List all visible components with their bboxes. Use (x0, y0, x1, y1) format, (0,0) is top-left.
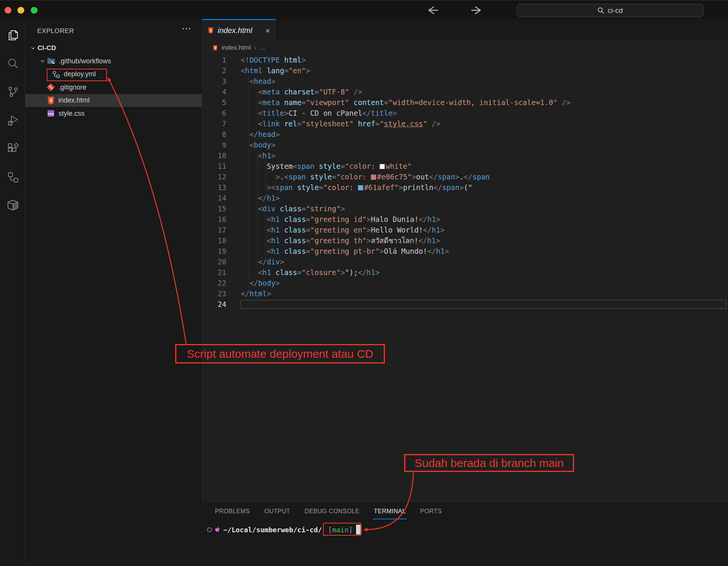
code-line-9[interactable]: 9 <body> (202, 140, 728, 150)
code-line-17[interactable]: 17 <h1 class="greeting en">Hello World!<… (202, 225, 728, 235)
code-text: <h1 class="greeting th">สวัสดีชาวโลก!</h… (226, 235, 440, 246)
code-line-4[interactable]: 4 <meta charset="UTF-8" /> (202, 86, 728, 97)
code-area[interactable]: 1<!DOCTYPE html>2<html lang="en">3 <head… (202, 55, 728, 310)
code-text: </body> (226, 278, 280, 288)
tree-item-ci-cd[interactable]: CI-CD (25, 42, 207, 55)
command-center-search[interactable]: ci-cd (517, 4, 703, 17)
code-text: <html lang="en"> (226, 65, 310, 76)
panel-tab-output[interactable]: OUTPUT (264, 502, 290, 520)
breadcrumb: 5 index.html › ... (202, 41, 728, 55)
code-text: </div> (226, 256, 284, 267)
svg-text:5: 5 (214, 46, 216, 50)
deploy-yml-highlight-box (47, 69, 107, 81)
color-swatch[interactable] (371, 175, 376, 180)
line-number: 11 (202, 161, 226, 171)
code-line-22[interactable]: 22 </body> (202, 278, 728, 288)
code-line-1[interactable]: 1<!DOCTYPE html> (202, 55, 728, 65)
code-text: <h1> (226, 150, 276, 161)
explorer-header: EXPLORER ⋯ (25, 19, 202, 42)
color-swatch[interactable] (358, 185, 363, 190)
code-text: <meta name="viewport" content="width=dev… (226, 97, 570, 108)
code-line-24[interactable]: 24 (202, 299, 728, 310)
line-number: 10 (202, 150, 226, 161)
source-control-icon[interactable] (6, 85, 19, 98)
tab-index-html[interactable]: 5 index.html × (202, 19, 276, 41)
svg-text:5: 5 (50, 97, 52, 103)
code-text: <body> (226, 140, 276, 150)
run-debug-icon[interactable] (6, 114, 19, 127)
code-line-10[interactable]: 10 <h1> (202, 150, 728, 161)
html-file-icon: 5 (47, 96, 55, 105)
editor-tab-bar: 5 index.html × (202, 19, 728, 41)
code-text: </head> (226, 129, 280, 140)
panel-tab-problems[interactable]: PROBLEMS (215, 502, 250, 520)
terminal-prompt-row[interactable]: ~/Local/sumberweb/ci-cd/ [main] (202, 523, 728, 536)
code-text: <h1 class="greeting id">Halo Dunia!</h1> (226, 214, 440, 225)
line-number: 3 (202, 76, 226, 86)
search-query-text: ci-cd (607, 6, 623, 15)
forward-arrow-icon[interactable] (469, 5, 487, 15)
tree-item-index-html[interactable]: 5index.html (25, 94, 223, 107)
code-line-7[interactable]: 7 <link rel="stylesheet" href="style.css… (202, 118, 728, 129)
bottom-panel: PROBLEMSOUTPUTDEBUG CONSOLETERMINALPORTS… (202, 502, 728, 566)
code-line-15[interactable]: 15 <div class="string"> (202, 203, 728, 214)
folder-github-file-icon (47, 57, 55, 65)
tree-item--gitignore[interactable]: .gitignore (25, 81, 223, 94)
close-window-button[interactable] (5, 7, 11, 14)
code-line-14[interactable]: 14 </h1> (202, 193, 728, 203)
breadcrumb-file[interactable]: index.html (221, 44, 251, 52)
panel-tab-debug-console[interactable]: DEBUG CONSOLE (304, 502, 359, 520)
code-line-16[interactable]: 16 <h1 class="greeting id">Halo Dunia!</… (202, 214, 728, 225)
more-actions-icon[interactable]: ⋯ (182, 24, 191, 33)
code-line-2[interactable]: 2<html lang="en"> (202, 65, 728, 76)
code-line-23[interactable]: 23</html> (202, 288, 728, 299)
code-text: ><span style="color: #61afef">println</s… (226, 182, 472, 193)
line-number: 9 (202, 140, 226, 150)
code-text: <h1 class="greeting pt-br">Olá Mundo!</h… (226, 246, 449, 256)
line-number: 2 (202, 65, 226, 76)
line-number: 4 (202, 86, 226, 97)
code-line-18[interactable]: 18 <h1 class="greeting th">สวัสดีชาวโลก!… (202, 235, 728, 246)
search-icon[interactable] (6, 57, 19, 70)
explorer-title: EXPLORER (37, 27, 74, 35)
code-line-19[interactable]: 19 <h1 class="greeting pt-br">Olá Mundo!… (202, 246, 728, 256)
zoom-window-button[interactable] (31, 7, 38, 14)
tree-item-label: .github/workflows (59, 57, 111, 65)
html-file-icon: 5 (207, 27, 214, 34)
line-number: 17 (202, 225, 226, 235)
workflow-icon[interactable] (6, 171, 19, 184)
code-line-21[interactable]: 21 <h1 class="closure">");</h1> (202, 267, 728, 278)
html-file-icon: 5 (212, 45, 218, 51)
code-line-20[interactable]: 20 </div> (202, 256, 728, 267)
breadcrumb-more[interactable]: ... (260, 44, 265, 52)
explorer-icon[interactable] (6, 29, 19, 42)
line-number: 14 (202, 193, 226, 203)
back-arrow-icon[interactable] (422, 5, 440, 15)
code-line-13[interactable]: 13 ><span style="color: #61afef">println… (202, 182, 728, 193)
container-icon[interactable] (6, 199, 19, 212)
code-line-5[interactable]: 5 <meta name="viewport" content="width=d… (202, 97, 728, 108)
code-text: <div class="string"> (226, 203, 345, 214)
line-number: 1 (202, 55, 226, 65)
tree-item-label: .gitignore (58, 83, 86, 91)
panel-tab-bar: PROBLEMSOUTPUTDEBUG CONSOLETERMINALPORTS (202, 502, 442, 520)
code-text: <h1 class="closure">");</h1> (226, 267, 380, 278)
extensions-icon[interactable] (6, 142, 19, 155)
chevron-down-icon (39, 58, 46, 64)
panel-tab-terminal[interactable]: TERMINAL (374, 502, 406, 520)
terminal-cwd: ~/Local/sumberweb/ci-cd/ (223, 526, 322, 534)
branch-annotation: Sudah berada di branch main (404, 454, 574, 472)
tree-item--github-workflows[interactable]: .github/workflows (25, 55, 216, 68)
tree-item-style-css[interactable]: cssstyle.css (25, 107, 223, 120)
code-line-12[interactable]: 12 >.<span style="color: #e06c75">out</s… (202, 171, 728, 182)
color-swatch[interactable] (380, 164, 385, 169)
minimize-window-button[interactable] (17, 7, 24, 14)
git-file-icon (47, 83, 55, 91)
chevron-right-icon: › (254, 44, 256, 51)
code-line-6[interactable]: 6 <title>CI - CD on cPanel</title> (202, 108, 728, 118)
code-line-3[interactable]: 3 <head> (202, 76, 728, 86)
code-line-8[interactable]: 8 </head> (202, 129, 728, 140)
code-line-11[interactable]: 11 System<span style="color: white" (202, 161, 728, 171)
panel-tab-ports[interactable]: PORTS (420, 502, 442, 520)
close-tab-icon[interactable]: × (265, 27, 270, 35)
